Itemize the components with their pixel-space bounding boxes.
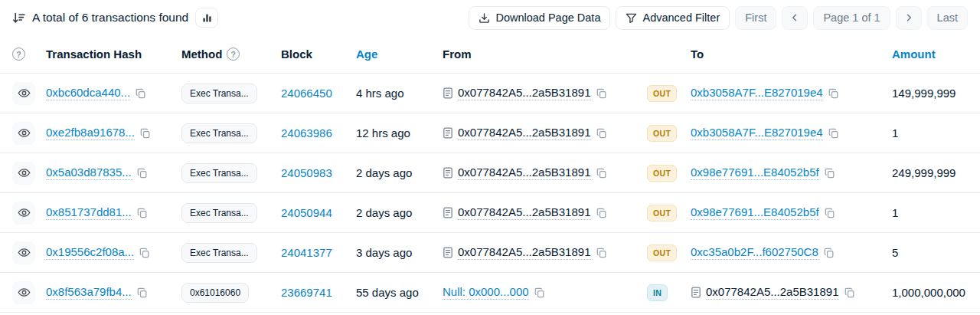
view-transaction-button[interactable]	[12, 241, 35, 264]
view-transaction-button[interactable]	[12, 202, 35, 225]
age-cell: 4 hrs ago	[356, 87, 443, 100]
question-circle-icon[interactable]: ?	[12, 48, 25, 61]
tx-hash-link[interactable]: 0x19556c2f08a...	[46, 245, 134, 261]
header-transaction-hash: Transaction Hash	[46, 48, 181, 61]
method-badge: Exec Transa...	[181, 163, 257, 183]
table-row: 0x851737dd81... Exec Transa... 24050944 …	[0, 193, 980, 233]
copy-icon[interactable]	[139, 248, 150, 258]
from-address[interactable]: Null: 0x000...000	[443, 285, 529, 300]
method-badge: Exec Transa...	[181, 203, 257, 223]
copy-icon[interactable]	[828, 88, 839, 99]
copy-icon[interactable]	[596, 128, 607, 139]
copy-icon[interactable]	[137, 208, 148, 218]
from-address[interactable]: 0x077842A5...2a5B31891	[458, 126, 591, 141]
block-link[interactable]: 24063986	[281, 126, 332, 139]
copy-icon[interactable]	[140, 128, 151, 139]
header-age-toggle[interactable]: Age	[356, 48, 443, 61]
toolbar-left: A total of 6 transactions found	[12, 8, 218, 28]
to-address[interactable]: 0xb3058A7F...E827019e4	[691, 86, 823, 101]
copy-icon[interactable]	[596, 248, 607, 258]
header-to: To	[691, 48, 892, 61]
method-badge: Exec Transa...	[181, 123, 257, 143]
view-transaction-button[interactable]	[12, 162, 35, 185]
copy-icon[interactable]	[534, 287, 545, 298]
sort-amount-down-icon	[12, 11, 25, 25]
contract-file-icon	[443, 167, 453, 179]
amount-cell: 1,000,000,000	[892, 286, 968, 299]
tx-hash-link[interactable]: 0xbc60dca440...	[46, 86, 130, 101]
block-link[interactable]: 24050944	[281, 206, 332, 219]
direction-badge: OUT	[647, 244, 677, 261]
header-method-label: Method	[181, 48, 222, 61]
to-address[interactable]: 0x98e77691...E84052b5f	[691, 166, 819, 181]
contract-file-icon	[691, 287, 701, 298]
from-address[interactable]: 0x077842A5...2a5B31891	[458, 166, 591, 181]
view-transaction-button[interactable]	[12, 82, 35, 105]
header-block: Block	[281, 48, 356, 61]
table-body: 0xbc60dca440... Exec Transa... 24066450 …	[0, 74, 980, 313]
block-link[interactable]: 24041377	[281, 246, 332, 259]
block-link[interactable]: 24066450	[281, 87, 332, 100]
header-amount-toggle[interactable]: Amount	[892, 48, 968, 61]
block-link[interactable]: 24050983	[281, 166, 332, 179]
contract-file-icon	[443, 247, 453, 258]
eye-icon	[18, 206, 31, 219]
view-transaction-button[interactable]	[12, 281, 35, 304]
to-address[interactable]: 0x98e77691...E84052b5f	[691, 205, 819, 221]
transactions-count-summary: A total of 6 transactions found	[32, 11, 188, 25]
age-cell: 2 days ago	[356, 206, 443, 219]
eye-icon	[18, 286, 31, 299]
copy-icon[interactable]	[596, 208, 607, 218]
copy-icon[interactable]	[825, 208, 835, 218]
to-address[interactable]: 0xc35a0b2F...f602750C8	[691, 245, 818, 261]
eye-icon	[18, 126, 31, 139]
from-address[interactable]: 0x077842A5...2a5B31891	[458, 205, 591, 221]
direction-badge: OUT	[647, 205, 677, 221]
pagination-prev-button[interactable]	[782, 6, 808, 30]
to-address[interactable]: 0xb3058A7F...E827019e4	[691, 126, 823, 141]
copy-icon[interactable]	[596, 88, 607, 99]
amount-cell: 1	[892, 206, 968, 219]
copy-icon[interactable]	[137, 287, 148, 298]
from-address[interactable]: 0x077842A5...2a5B31891	[458, 245, 591, 261]
table-row: 0x8f563a79fb4... 0x61016060 23669741 55 …	[0, 273, 980, 313]
copy-icon[interactable]	[137, 168, 148, 179]
contract-file-icon	[443, 207, 453, 218]
copy-icon[interactable]	[828, 128, 839, 139]
analytics-chart-button[interactable]	[195, 8, 218, 28]
header-from: From	[443, 48, 647, 61]
table-header-row: ? Transaction Hash Method ? Block Age Fr…	[0, 35, 980, 74]
from-address[interactable]: 0x077842A5...2a5B31891	[458, 86, 591, 101]
method-badge: 0x61016060	[181, 283, 249, 303]
copy-icon[interactable]	[596, 168, 607, 179]
block-link[interactable]: 23669741	[281, 286, 332, 299]
contract-file-icon	[443, 127, 453, 139]
copy-icon[interactable]	[825, 168, 835, 179]
amount-cell: 1	[892, 126, 968, 139]
eye-icon	[18, 246, 31, 259]
pagination-last-button[interactable]: Last	[927, 6, 968, 30]
tx-hash-link[interactable]: 0x851737dd81...	[46, 205, 132, 221]
direction-badge: IN	[647, 284, 668, 301]
tx-hash-link[interactable]: 0xe2fb8a91678...	[46, 126, 135, 141]
download-page-data-button[interactable]: Download Page Data	[469, 6, 610, 30]
copy-icon[interactable]	[844, 287, 855, 298]
filter-button-label: Advanced Filter	[642, 11, 720, 24]
direction-badge: OUT	[647, 85, 677, 102]
to-address[interactable]: 0x077842A5...2a5B31891	[706, 285, 839, 300]
table-row: 0xe2fb8a91678... Exec Transa... 24063986…	[0, 113, 980, 153]
pagination-first-button[interactable]: First	[735, 6, 776, 30]
eye-icon	[18, 87, 31, 100]
copy-icon[interactable]	[136, 88, 146, 99]
tx-hash-link[interactable]: 0x8f563a79fb4...	[46, 285, 132, 300]
pagination-next-button[interactable]	[896, 6, 922, 30]
table-row: 0x5a03d87835... Exec Transa... 24050983 …	[0, 153, 980, 193]
tx-hash-link[interactable]: 0x5a03d87835...	[46, 166, 132, 181]
bar-chart-icon	[202, 13, 212, 23]
toolbar: A total of 6 transactions found Download…	[0, 0, 980, 35]
question-circle-icon[interactable]: ?	[227, 48, 240, 61]
copy-icon[interactable]	[824, 248, 835, 258]
view-transaction-button[interactable]	[12, 122, 35, 145]
chevron-right-icon	[904, 13, 913, 22]
advanced-filter-button[interactable]: Advanced Filter	[616, 6, 730, 30]
